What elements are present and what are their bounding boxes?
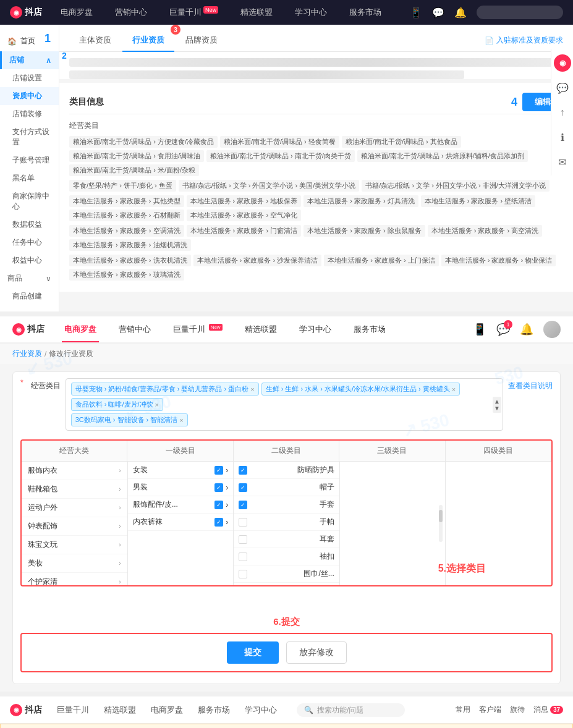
bottom-nav-jiliang[interactable]: 巨量千川 — [57, 705, 89, 716]
bottom-nav-changyong[interactable]: 常用 — [456, 705, 470, 715]
tags-scroll-button[interactable]: ▲▼ — [493, 397, 501, 413]
sel-tag-0-close[interactable]: × — [250, 386, 254, 393]
breadcrumb-item-1[interactable]: 行业资质 — [12, 349, 42, 359]
bottom-nav-service[interactable]: 服务市场 — [198, 705, 230, 716]
cat-check-xiukou[interactable]: 袖扣 — [234, 548, 339, 565]
cat-check-nvzhuang[interactable]: 女装 ✓› — [128, 462, 234, 479]
nav1-item-service[interactable]: 服务市场 — [346, 4, 385, 20]
float-brand-icon[interactable]: ◉ — [554, 54, 571, 72]
sidebar-item-data-rights[interactable]: 数据权益 — [0, 216, 59, 234]
tags-container[interactable]: 母婴宠物 › 奶粉/辅食/营养品/零食 › 婴幼儿营养品 › 蛋白粉 × 生鲜 … — [66, 378, 503, 431]
sidebar-item-merchant-center[interactable]: 商家保障中心 — [0, 187, 59, 216]
cat-check-shoutao[interactable]: ✓ 手套 — [234, 496, 339, 514]
submit-button[interactable]: 提交 — [227, 641, 279, 664]
nav2-avatar[interactable] — [543, 321, 561, 338]
cat-check-weijin[interactable]: 围巾/丝... — [234, 565, 339, 583]
checkbox-fangshai[interactable]: ✓ — [239, 466, 247, 475]
bottom-nav-qidai[interactable]: 旗待 — [510, 705, 525, 715]
top-nav-logo[interactable]: ◉ 抖店 — [10, 6, 42, 19]
cat-check-shoupa[interactable]: 手帕 — [234, 514, 339, 531]
sidebar-item-task-center[interactable]: 任务中心 — [0, 234, 59, 252]
tab-brand-qualification[interactable]: 品牌资质 — [176, 30, 227, 52]
sidebar-store-item[interactable]: 店铺 ∧ — [0, 51, 59, 69]
sidebar-item-store-settings[interactable]: 店铺设置 — [0, 69, 59, 87]
checkbox-xiukou[interactable] — [239, 552, 247, 561]
sel-tag-2-close[interactable]: × — [155, 401, 159, 408]
sidebar-item-subaccount[interactable]: 子账号管理 — [0, 151, 59, 169]
sel-tag-2[interactable]: 食品饮料 › 咖啡/麦片/冲饮 × — [71, 398, 163, 411]
nav2-item-marketing[interactable]: 营销中心 — [116, 318, 153, 342]
sidebar-goods-section[interactable]: 商品 ∨ — [0, 269, 59, 287]
checkbox-neiyiku[interactable]: ✓ — [214, 518, 223, 527]
tab-industry-qualification[interactable]: 行业资质 3 — [122, 30, 174, 52]
nav1-item-ecommerce[interactable]: 电商罗盘 — [57, 4, 96, 20]
sidebar-item-decoration[interactable]: 店铺装修 — [0, 105, 59, 123]
float-icon-info[interactable]: ℹ — [554, 129, 571, 146]
sidebar-home-item[interactable]: 🏠 首页 — [0, 31, 59, 51]
nav2-item-learning[interactable]: 学习中心 — [297, 318, 334, 342]
nav1-item-jiliang[interactable]: 巨量千川 — [166, 4, 222, 20]
bottom-nav-learning[interactable]: 学习中心 — [245, 705, 277, 716]
cat-item-xueboxiangbao[interactable]: 鞋靴箱包› — [22, 480, 127, 499]
phone-icon[interactable]: 📱 — [410, 7, 422, 19]
bell-icon[interactable]: 🔔 — [454, 7, 467, 19]
chat-icon[interactable]: 💬 — [432, 7, 444, 19]
float-icon-up[interactable]: ↑ — [554, 104, 571, 121]
sel-tag-3[interactable]: 3C数码家电 › 智能设备 › 智能清洁 × — [71, 413, 188, 426]
checkbox-maozi[interactable]: ✓ — [239, 483, 247, 492]
cat-check-fushipeijian[interactable]: 服饰配件/皮... ✓› — [128, 496, 234, 514]
search-input-top[interactable] — [477, 6, 563, 19]
checkbox-fushipeijian[interactable]: ✓ — [214, 501, 223, 509]
cat-item-zhubao[interactable]: 珠宝文玩› — [22, 536, 127, 554]
cat-check-nanzhuang[interactable]: 男装 ✓› — [128, 479, 234, 496]
nav2-item-ecommerce[interactable]: 电商罗盘 — [62, 318, 99, 342]
bottom-nav-jingxuan[interactable]: 精选联盟 — [104, 705, 136, 716]
sel-tag-1-close[interactable]: × — [452, 386, 456, 393]
nav2-item-service[interactable]: 服务市场 — [351, 318, 388, 342]
sidebar-item-payment[interactable]: 支付方式设置 — [0, 123, 59, 151]
nav1-item-learning[interactable]: 学习中心 — [291, 4, 331, 20]
cancel-button[interactable]: 放弃修改 — [286, 641, 347, 664]
cat-item-meizhuang[interactable]: 美妆› — [22, 554, 127, 573]
bottom-nav-message[interactable]: 消息 37 — [533, 705, 563, 715]
checkbox-shoupa[interactable] — [239, 518, 247, 527]
qualification-standard-link[interactable]: 📄 入驻标准及资质要求 — [485, 35, 563, 46]
cat-check-fangshai[interactable]: ✓ 防晒防护具 — [234, 462, 339, 479]
sidebar-goods-create[interactable]: 商品创建 — [0, 287, 59, 305]
cat-check-yaodai[interactable]: 腰带/皮带/... — [234, 583, 339, 585]
sel-tag-0[interactable]: 母婴宠物 › 奶粉/辅食/营养品/零食 › 婴幼儿营养品 › 蛋白粉 × — [71, 383, 259, 396]
sidebar-item-qualification[interactable]: 资质中心 — [0, 87, 59, 105]
cat-check-maozi[interactable]: ✓ 帽子 — [234, 479, 339, 496]
cat-check-neiyiku[interactable]: 内衣裤袜 ✓› — [128, 514, 234, 531]
nav1-item-marketing[interactable]: 营销中心 — [111, 4, 151, 20]
bottom-nav-ecommerce[interactable]: 电商罗盘 — [151, 705, 183, 716]
cat-item-yundonghuwa[interactable]: 运动户外› — [22, 499, 127, 517]
search-input-bottom[interactable] — [317, 706, 397, 714]
bottom-nav-kehu[interactable]: 客户端 — [479, 705, 501, 715]
sidebar-item-blacklist[interactable]: 黑名单 — [0, 169, 59, 187]
cat-check-ertao[interactable]: 耳套 — [234, 531, 339, 548]
view-category-link[interactable]: 查看类目说明 — [508, 381, 553, 391]
nav2-phone-icon[interactable]: 📱 — [473, 323, 486, 336]
cat-item-fushineiyi[interactable]: 服饰内衣› — [22, 462, 127, 480]
bottom-search-area[interactable]: 🔍 — [297, 703, 405, 717]
nav2-item-jingxuan[interactable]: 精选联盟 — [242, 318, 279, 342]
sidebar-item-rights-center[interactable]: 权益中心 — [0, 252, 59, 269]
checkbox-nvzhuang[interactable]: ✓ — [214, 466, 223, 475]
tab-main-qualification[interactable]: 主体资质 — [69, 30, 121, 52]
bottom-nav-logo[interactable]: ◉ 抖店 — [10, 704, 42, 716]
checkbox-shoutao[interactable]: ✓ — [239, 501, 247, 509]
checkbox-weijin[interactable] — [239, 570, 247, 578]
nav2-item-jiliang[interactable]: 巨量千川 New — [171, 318, 225, 342]
cat-item-gerenjia[interactable]: 个护家清› — [22, 573, 127, 585]
nav1-item-jingxuan[interactable]: 精选联盟 — [237, 4, 276, 20]
nav2-bell-icon[interactable]: 🔔 — [520, 323, 533, 336]
checkbox-nanzhuang[interactable]: ✓ — [214, 483, 223, 492]
nav2-logo[interactable]: ◉ 抖店 — [12, 323, 45, 336]
sel-tag-1[interactable]: 生鲜 › 生鲜 › 水果 › 水果罐头/冷冻水果/水果衍生品 › 黄桃罐头 × — [261, 383, 461, 396]
float-icon-chat[interactable]: 💬 — [554, 79, 571, 96]
cat-item-zhongbiao[interactable]: 钟表配饰› — [22, 517, 127, 536]
nav2-chat-icon[interactable]: 💬 1 — [496, 323, 510, 336]
checkbox-ertao[interactable] — [239, 535, 247, 544]
sel-tag-3-close[interactable]: × — [179, 417, 183, 424]
